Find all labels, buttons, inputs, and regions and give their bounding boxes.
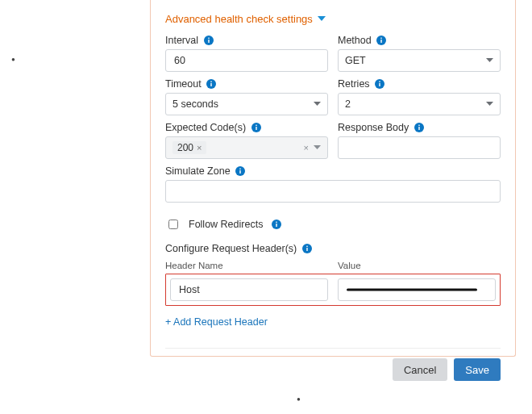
info-icon[interactable] bbox=[235, 166, 246, 177]
tag-remove-icon[interactable]: × bbox=[197, 143, 202, 153]
clear-x-icon[interactable]: × bbox=[304, 143, 309, 153]
simulate-zone-field[interactable] bbox=[172, 185, 493, 198]
svg-rect-23 bbox=[276, 222, 276, 223]
interval-label: Interval bbox=[165, 35, 198, 46]
info-icon[interactable] bbox=[376, 36, 387, 46]
follow-redirects-checkbox[interactable] bbox=[168, 220, 178, 229]
caret-down-icon bbox=[314, 102, 321, 107]
svg-rect-8 bbox=[211, 82, 212, 82]
redacted-value-bar bbox=[347, 289, 477, 291]
method-select[interactable]: GET bbox=[338, 49, 501, 72]
svg-rect-2 bbox=[208, 38, 209, 39]
svg-rect-1 bbox=[208, 40, 209, 43]
svg-rect-5 bbox=[381, 38, 382, 39]
chevron-down-icon bbox=[318, 16, 326, 22]
save-button[interactable]: Save bbox=[454, 358, 501, 381]
svg-rect-19 bbox=[239, 170, 240, 174]
info-icon[interactable] bbox=[251, 123, 261, 133]
response-body-input[interactable] bbox=[338, 136, 501, 159]
method-value: GET bbox=[345, 55, 366, 66]
retries-value: 2 bbox=[345, 98, 351, 110]
info-icon[interactable] bbox=[206, 79, 217, 90]
follow-redirects-label: Follow Redirects bbox=[189, 219, 263, 230]
header-value-input[interactable] bbox=[338, 278, 496, 301]
cancel-button[interactable]: Cancel bbox=[393, 358, 447, 381]
decorative-bullet: ● bbox=[11, 56, 15, 63]
section-title-text: Advanced health check settings bbox=[165, 13, 313, 25]
interval-input[interactable] bbox=[165, 49, 328, 72]
response-body-label: Response Body bbox=[338, 122, 409, 133]
header-name-input[interactable] bbox=[170, 278, 328, 301]
info-icon[interactable] bbox=[203, 36, 214, 46]
response-body-field[interactable] bbox=[345, 141, 493, 154]
decorative-bullet: ● bbox=[297, 395, 301, 403]
section-title[interactable]: Advanced health check settings bbox=[165, 13, 501, 25]
svg-rect-7 bbox=[211, 83, 212, 86]
svg-rect-16 bbox=[418, 127, 419, 130]
svg-rect-25 bbox=[306, 248, 307, 251]
timeout-label: Timeout bbox=[165, 78, 202, 90]
svg-rect-11 bbox=[379, 82, 380, 82]
header-value-column: Value bbox=[338, 261, 501, 270]
svg-rect-17 bbox=[418, 125, 419, 126]
retries-select[interactable]: 2 bbox=[338, 93, 501, 115]
simulate-zone-input[interactable] bbox=[165, 180, 501, 203]
configure-headers-label: Configure Request Header(s) bbox=[165, 243, 297, 254]
add-request-header-link[interactable]: + Add Request Header bbox=[165, 316, 268, 328]
interval-input-field[interactable] bbox=[172, 54, 321, 67]
svg-rect-14 bbox=[256, 125, 256, 126]
svg-rect-20 bbox=[239, 169, 240, 169]
svg-rect-22 bbox=[276, 224, 276, 227]
timeout-value: 5 seconds bbox=[172, 98, 218, 110]
expected-code-tag[interactable]: 200 × bbox=[172, 141, 206, 154]
info-icon[interactable] bbox=[414, 123, 424, 133]
header-row-highlight bbox=[165, 274, 501, 306]
svg-rect-26 bbox=[306, 246, 307, 247]
header-name-column: Header Name bbox=[165, 261, 328, 270]
svg-rect-4 bbox=[381, 40, 382, 43]
info-icon[interactable] bbox=[271, 220, 281, 230]
retries-label: Retries bbox=[338, 78, 370, 90]
info-icon[interactable] bbox=[301, 244, 312, 254]
svg-rect-13 bbox=[256, 127, 256, 130]
header-name-field[interactable] bbox=[177, 283, 321, 296]
caret-down-icon[interactable] bbox=[314, 145, 321, 150]
svg-rect-10 bbox=[379, 83, 380, 86]
caret-down-icon bbox=[486, 102, 493, 107]
expected-code-tag-text: 200 bbox=[177, 142, 193, 153]
expected-code-label: Expected Code(s) bbox=[165, 122, 246, 133]
timeout-select[interactable]: 5 seconds bbox=[165, 93, 328, 115]
method-label: Method bbox=[338, 35, 372, 46]
caret-down-icon bbox=[486, 58, 493, 63]
expected-code-multiselect[interactable]: 200 × × bbox=[165, 136, 328, 159]
info-icon[interactable] bbox=[375, 79, 385, 90]
simulate-zone-label: Simulate Zone bbox=[165, 165, 231, 177]
advanced-health-check-panel: Advanced health check settings Interval … bbox=[150, 0, 516, 357]
